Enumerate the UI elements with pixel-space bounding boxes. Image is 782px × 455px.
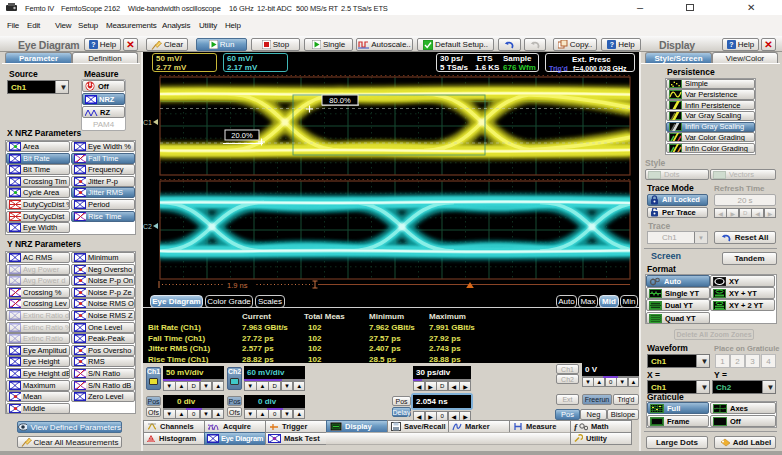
svg-text:20.0%: 20.0% — [231, 131, 253, 140]
svg-text:f: f — [574, 422, 578, 431]
svg-text:80.0%: 80.0% — [329, 96, 351, 105]
svg-text:C1: C1 — [143, 119, 152, 126]
svg-text:1.9 ns: 1.9 ns — [227, 281, 248, 290]
svg-text:C2: C2 — [143, 223, 152, 230]
